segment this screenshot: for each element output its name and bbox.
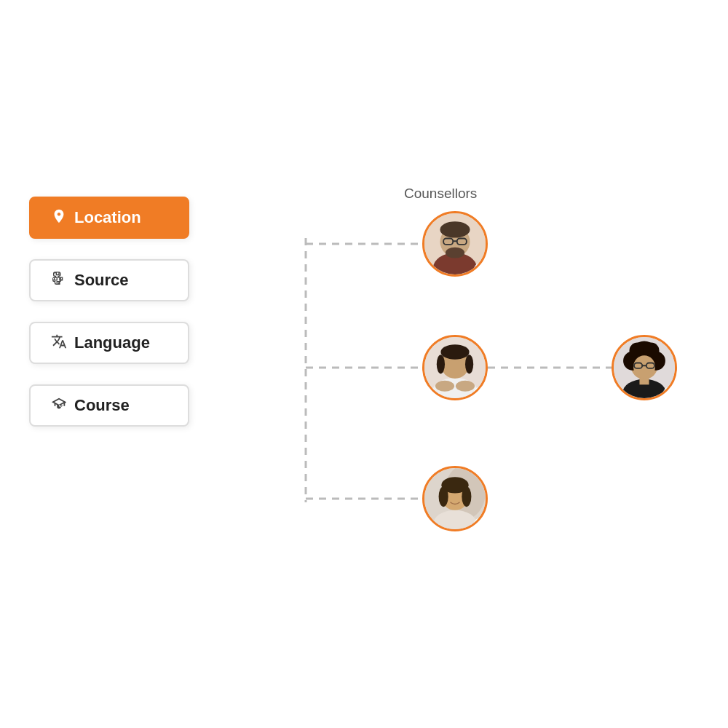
filter-buttons-group: Location ⑂ Source Language <box>29 197 189 427</box>
counsellor-avatar-4[interactable] <box>612 335 677 400</box>
status-dot-green-2 <box>474 387 487 400</box>
svg-point-21 <box>465 355 473 373</box>
language-filter-button[interactable]: Language <box>29 322 189 364</box>
svg-point-28 <box>462 486 471 507</box>
location-filter-button[interactable]: Location <box>29 197 189 239</box>
language-label: Language <box>74 333 150 352</box>
status-dot-red-1 <box>474 263 487 276</box>
source-filter-button[interactable]: ⑂ Source <box>29 259 189 301</box>
svg-point-18 <box>440 344 469 360</box>
svg-point-20 <box>437 355 445 373</box>
location-label: Location <box>74 208 141 227</box>
source-icon: ⑂ <box>51 271 67 290</box>
counsellor-avatar-3[interactable] <box>422 466 488 531</box>
location-icon <box>51 208 67 227</box>
svg-point-27 <box>439 486 448 507</box>
svg-point-16 <box>456 381 475 392</box>
counsellors-label: Counsellors <box>404 186 477 202</box>
svg-point-15 <box>435 381 454 392</box>
counsellor-avatar-1[interactable] <box>422 211 488 277</box>
course-label: Course <box>74 396 130 415</box>
course-filter-button[interactable]: Course <box>29 384 189 427</box>
status-dot-green-4 <box>663 387 676 400</box>
course-icon <box>51 396 67 415</box>
status-dot-green-3 <box>474 518 487 531</box>
svg-point-38 <box>633 355 655 379</box>
main-container: Location ⑂ Source Language <box>0 0 728 728</box>
svg-point-9 <box>446 248 464 258</box>
svg-point-8 <box>440 221 470 237</box>
counsellor-avatar-2[interactable] <box>422 335 488 400</box>
language-icon <box>51 333 67 352</box>
